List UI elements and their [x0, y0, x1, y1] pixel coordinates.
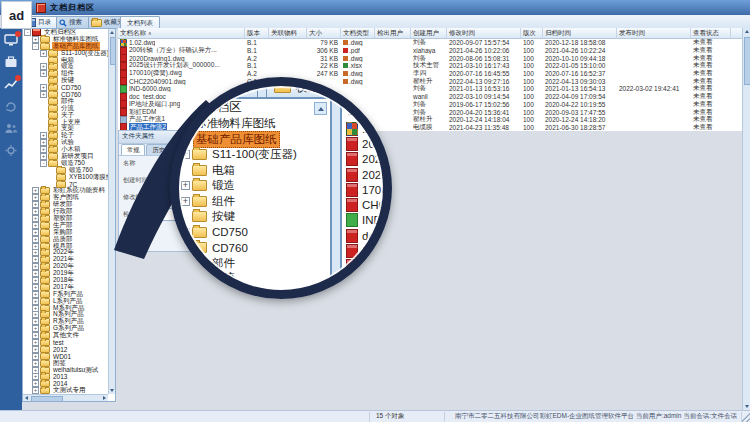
- tree-item[interactable]: -锻造750: [23, 160, 108, 167]
- cell-archived: 2020-04-22 10:19:55: [543, 101, 617, 108]
- tree-item-label: 分流: [210, 271, 237, 286]
- column-header-6[interactable]: 检出用户: [375, 28, 411, 38]
- tree-item[interactable]: 按键: [23, 77, 108, 84]
- column-header-9[interactable]: 版次: [521, 28, 543, 38]
- cell-size: 247 KB: [307, 70, 341, 77]
- magnified-file-item: 彩: [342, 259, 384, 274]
- file-icon: [346, 213, 358, 227]
- file-name: IND-6000.dwg: [129, 85, 171, 92]
- cell-archived: 2022-04-13 09:30:03: [543, 78, 617, 85]
- tree-item-label: 部件: [210, 256, 237, 271]
- cell-archived: 2020-12-18 18:58:08: [543, 39, 617, 46]
- tree-item[interactable]: +CD750: [23, 84, 108, 91]
- table-header-row: 文档名称∧版本关联物料大小文档类型检出用户创建用户修改时间版次归档时间发布时间查…: [118, 28, 742, 39]
- column-header-2[interactable]: 版本: [245, 28, 269, 38]
- column-header-12[interactable]: 查看状态: [691, 28, 731, 38]
- cell-version: B.1: [245, 62, 269, 69]
- file-type-icon: [343, 56, 348, 61]
- cell-modified: 2020-09-07 15:57:54: [447, 39, 521, 46]
- column-header-1[interactable]: 文档名称∧: [118, 28, 245, 38]
- folder-properties-panel: 文件夹属性 常规 历史 名称基础产品库图纸创建时间修改时间2020检出用户: [118, 130, 332, 252]
- cell-archived: 2020-09-03 17:47:55: [543, 109, 617, 116]
- cell-revision: 100: [521, 109, 543, 116]
- property-label: 检出用户: [123, 210, 148, 219]
- search-icon: [59, 19, 67, 27]
- sync-icon[interactable]: [4, 100, 18, 113]
- column-header-7[interactable]: 创建用户: [411, 28, 447, 38]
- file-type-icon: [343, 40, 348, 45]
- property-row: 创建时间: [119, 174, 331, 188]
- notification-badge: [15, 75, 21, 81]
- tab-history[interactable]: 历史: [146, 144, 170, 155]
- table-row[interactable]: IND-6000.dwg刘备2021-01-13 16:53:161002021…: [118, 85, 742, 93]
- tree-item-label: 夹子: [210, 287, 237, 291]
- folder-tree: -文档归档区+标准物料库图纸-基础产品库图纸+S11-100(变压器)电箱+锻造…: [23, 29, 108, 394]
- tab-general[interactable]: 常规: [121, 144, 145, 155]
- column-header-10[interactable]: 归档时间: [543, 28, 617, 38]
- file-icon: [346, 137, 358, 151]
- brand-logo: ad: [1, 1, 32, 29]
- folder-icon: [192, 258, 207, 269]
- file-name: doc_: [362, 230, 384, 242]
- property-input[interactable]: 基础产品库图纸: [161, 157, 323, 170]
- tree-item[interactable]: +文测试专用: [23, 387, 108, 394]
- expander-icon[interactable]: +: [40, 70, 47, 77]
- column-header-11[interactable]: 发布时间: [617, 28, 691, 38]
- expander-icon[interactable]: +: [32, 387, 39, 394]
- tree-vertical-scrollbar[interactable]: [108, 29, 115, 394]
- tree-item[interactable]: +其他文件: [23, 332, 108, 339]
- property-input[interactable]: [161, 174, 323, 187]
- file-name: IP地: [362, 244, 384, 259]
- column-header-5[interactable]: 文档类型: [341, 28, 375, 38]
- magnified-file-item: 2020: [342, 152, 384, 167]
- expander-icon[interactable]: +: [40, 50, 47, 57]
- archive-box-icon[interactable]: [4, 56, 18, 69]
- cell-archived: 2020-12-24 14:18:20: [543, 116, 617, 123]
- tree-item[interactable]: +2012: [23, 346, 108, 353]
- column-header-3[interactable]: 关联物料: [269, 28, 307, 38]
- cell-version: B.1: [245, 47, 269, 54]
- tab-document-list-label: 文档列表: [127, 19, 153, 28]
- notification-badge: [15, 31, 21, 37]
- tab-search[interactable]: 搜索: [56, 16, 92, 28]
- tree-item-label: 文测试专用: [52, 386, 87, 394]
- file-type-ext: .dwg: [349, 78, 363, 85]
- users-icon[interactable]: [4, 122, 18, 135]
- file-name: 2020: [362, 153, 384, 165]
- settings-gear-icon[interactable]: [4, 144, 18, 157]
- expander-icon[interactable]: -: [32, 43, 39, 50]
- expander-icon[interactable]: -: [40, 160, 47, 167]
- tree-horizontal-scrollbar[interactable]: [23, 394, 108, 401]
- object-count: 15 个对象: [370, 412, 445, 422]
- cell-size: 306 KB: [307, 47, 341, 54]
- cell-revision: 100: [521, 39, 543, 46]
- cell-modified: 2020-07-16 16:45:55: [447, 70, 521, 77]
- expander-icon[interactable]: +: [40, 91, 47, 98]
- cell-type: .xlsx: [341, 62, 375, 69]
- cell-revision: 100: [521, 70, 543, 77]
- column-header-8[interactable]: 修改时间: [447, 28, 521, 38]
- magnified-file-item: 1700: [342, 182, 384, 197]
- file-icon: [346, 244, 358, 258]
- property-input[interactable]: [161, 208, 323, 221]
- file-type-icon: [343, 79, 348, 84]
- desktop-icon[interactable]: [4, 34, 18, 47]
- property-input[interactable]: 2020: [161, 191, 323, 204]
- column-header-4[interactable]: 大小: [307, 28, 341, 38]
- resize-grip[interactable]: [742, 412, 750, 422]
- tree-item[interactable]: XYB100薄膜报头V2.0 图纸: [23, 174, 108, 181]
- file-type-ext: .pdf: [349, 47, 360, 54]
- tree-item[interactable]: +weihaituisu测试: [23, 367, 108, 374]
- magnified-file-item: CHC2: [342, 197, 384, 212]
- cell-modified: 2021-04-26 10:22:06: [447, 47, 521, 54]
- folder-icon: [192, 273, 207, 284]
- table-vertical-scrollbar[interactable]: [742, 28, 750, 410]
- status-empty-cell: [0, 412, 370, 422]
- chart-icon[interactable]: [4, 78, 18, 91]
- cell-size: 31 KB: [307, 55, 341, 62]
- table-body: 1.02.dwgB.179 KB.dwg刘备2020-09-07 15:57:5…: [118, 39, 742, 131]
- expander-icon[interactable]: -: [24, 29, 31, 36]
- file-name: CHC22040901.dwg: [129, 78, 186, 85]
- magnified-file-list: 1.200202020251700CHC2IND-doc_IP地彩: [342, 121, 384, 274]
- cell-archived: 2021-01-13 16:54:13: [543, 85, 617, 92]
